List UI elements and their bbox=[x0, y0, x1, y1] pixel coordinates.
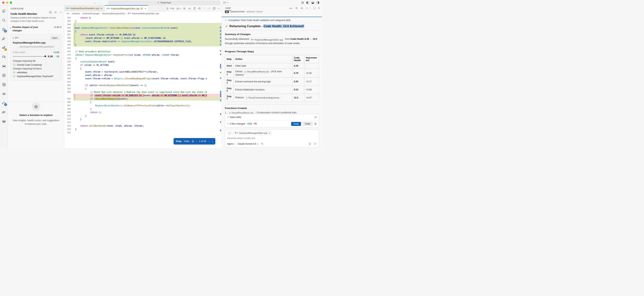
new-chat-menu[interactable]: + bbox=[290, 6, 293, 10]
code-line[interactable]: 292// Hook procedure definition bbox=[64, 50, 222, 53]
run-debug-menu[interactable] bbox=[176, 7, 181, 10]
sidebar-item-live-share[interactable]: 1 bbox=[0, 98, 8, 108]
more-actions-icon[interactable]: ··· bbox=[218, 7, 220, 10]
copilot-menu[interactable] bbox=[223, 0, 228, 5]
code-line[interactable]: 297 { bbox=[64, 67, 222, 70]
sidebar-item-codescene[interactable] bbox=[0, 89, 8, 98]
undo-button[interactable]: Undo bbox=[184, 140, 189, 143]
code-editor[interactable]: 282 return 0;283}284285bool KeyboardMana… bbox=[64, 15, 222, 148]
background-request-icon[interactable] bbox=[308, 142, 312, 145]
attached-file-chip[interactable]: C++ KeyboardManagerEditor.cpp + bbox=[233, 131, 272, 135]
code-line[interactable]: 300 event.lParam->vkCode = Helpers::Enco… bbox=[64, 77, 222, 80]
keep-button[interactable]: Keep bbox=[291, 122, 301, 126]
symbol-chip[interactable]: ShouldResetNumLock bbox=[243, 70, 270, 74]
file-diff-icon[interactable] bbox=[314, 122, 317, 125]
code-line[interactable]: 293LRESULT KeyboardManagerEditor::KeyHoo… bbox=[64, 53, 222, 57]
code-line[interactable]: 314} bbox=[64, 128, 222, 131]
code-line[interactable]: 301 bbox=[64, 80, 222, 84]
chat-input-box[interactable]: C++ KeyboardManagerEditor.cpp + Describe… bbox=[225, 129, 319, 147]
sidebar-item-github[interactable] bbox=[0, 62, 8, 71]
tools-icon[interactable] bbox=[261, 142, 264, 145]
breadcrumb[interactable]: src›modules›keyboardmanager›KeyboardMana… bbox=[64, 12, 222, 15]
chevron-down-icon[interactable] bbox=[12, 37, 14, 38]
code-line[interactable]: 311 } bbox=[64, 117, 222, 121]
sidebar-item-git-graph[interactable] bbox=[0, 71, 8, 80]
sidebar-item-source-control[interactable]: 10 bbox=[0, 25, 8, 34]
code-line[interactable]: 313 return CallNextHookEx(hook, nCode, w… bbox=[64, 124, 222, 128]
code-line[interactable]: 309 return 1; bbox=[64, 111, 222, 114]
tab-keyboardeventhandlers[interactable]: C++ KeyboardEventHandlers.cpp 9+ bbox=[64, 5, 105, 11]
code-line[interactable]: 291 bbox=[64, 46, 222, 50]
code-line[interactable]: 295 LowlevelKeyboardEvent event; bbox=[64, 60, 222, 63]
code-line[interactable]: 312 bbox=[64, 121, 222, 124]
symbol-chip[interactable]: ParseCommandLineArguments bbox=[244, 96, 281, 100]
added-code-line[interactable]: 286{ bbox=[64, 30, 222, 33]
more-actions-icon[interactable]: ··· bbox=[306, 7, 308, 9]
slider-knob[interactable] bbox=[44, 55, 46, 57]
gear-icon[interactable] bbox=[183, 7, 186, 10]
files-changed-row[interactable]: 2 files changed +153 -79 Keep Undo bbox=[225, 120, 319, 127]
close-panel-icon[interactable]: × bbox=[318, 6, 320, 9]
previous-change-icon[interactable]: ↑ bbox=[208, 140, 210, 143]
tab-keyboardmanagereditor[interactable]: C++ KeyboardManagerEditor.cpp × bbox=[105, 5, 148, 11]
added-code-line[interactable]: 289 event.lParam->dwExtraInfo != Keyboar… bbox=[64, 40, 222, 43]
model-selector[interactable]: Claude Sonnet 4.5 bbox=[238, 143, 258, 145]
breadcrumb-item[interactable]: modules bbox=[72, 12, 80, 15]
toggle-panel-icon[interactable] bbox=[311, 1, 314, 4]
code-line[interactable]: 298 event.lParam = reinterpret_cast<KBDL… bbox=[64, 70, 222, 74]
nav-forward-circle-icon[interactable] bbox=[208, 7, 211, 10]
keep-button[interactable]: Keep bbox=[176, 140, 182, 143]
sidebar-item-git-history[interactable] bbox=[0, 80, 8, 89]
added-code-line[interactable]: 287 return event.lParam->vkCode == VK_NU… bbox=[64, 33, 222, 36]
code-line[interactable]: 310 } bbox=[64, 114, 222, 117]
symbol-chip[interactable]: ShouldResetNumLock bbox=[228, 111, 255, 114]
compare-changes-icon[interactable] bbox=[193, 7, 196, 10]
nav-back-circle-icon[interactable] bbox=[198, 7, 201, 10]
code-line[interactable]: 303 { bbox=[64, 87, 222, 90]
sidebar-item-explorer[interactable] bbox=[0, 6, 8, 15]
positive-impact-section[interactable]: Positive impact of your changes +1.62 x̄ bbox=[8, 23, 64, 34]
window-controls[interactable] bbox=[2, 1, 12, 4]
undo-button[interactable]: Undo bbox=[302, 122, 312, 126]
collapse-all-icon[interactable] bbox=[54, 11, 57, 14]
list-item[interactable]: wWinMain bbox=[13, 71, 59, 74]
code-line[interactable]: 315 bbox=[64, 131, 222, 134]
open-in-editor-icon[interactable] bbox=[49, 11, 52, 14]
modified-indicator-icon[interactable] bbox=[141, 7, 143, 9]
checklist-icon[interactable] bbox=[314, 116, 317, 119]
customize-layout-icon[interactable] bbox=[301, 1, 304, 4]
more-actions-icon[interactable]: ··· bbox=[59, 11, 62, 14]
sidebar-item-extensions[interactable]: ! bbox=[0, 43, 8, 52]
list-item[interactable]: Overall Code Complexity bbox=[13, 63, 59, 66]
file-card[interactable]: C++ Open KeyboardManagerEditor.cpp ...rd… bbox=[10, 34, 62, 81]
code-line[interactable]: 296 if (nCode == HC_ACTION) bbox=[64, 63, 222, 67]
attach-button[interactable] bbox=[227, 131, 232, 135]
list-item[interactable]: KeyboardManagerEditor::KeyHookP bbox=[13, 75, 59, 78]
code-line[interactable]: 294{ bbox=[64, 57, 222, 60]
add-context-icon[interactable]: + bbox=[268, 132, 270, 135]
code-line[interactable]: 282 return 0; bbox=[64, 16, 222, 19]
code-line[interactable]: 306 { bbox=[64, 101, 222, 104]
codescene-review-icon[interactable] bbox=[188, 7, 191, 10]
added-code-line[interactable]: 290} bbox=[64, 43, 222, 46]
open-file-button[interactable]: Open bbox=[50, 36, 59, 40]
code-line[interactable]: 308 } bbox=[64, 107, 222, 111]
sidebar-item-containers[interactable] bbox=[0, 117, 8, 126]
code-line[interactable]: 307 KeyboardEventHandlers::SetNumLockToP… bbox=[64, 104, 222, 107]
split-editor-icon[interactable] bbox=[213, 7, 216, 10]
toggle-sidebar-icon[interactable] bbox=[306, 1, 309, 4]
close-tab-icon[interactable]: × bbox=[145, 7, 146, 10]
gear-icon[interactable] bbox=[300, 7, 303, 9]
file-diff-icon[interactable] bbox=[192, 140, 194, 143]
maximize-window-button[interactable] bbox=[10, 1, 12, 4]
tab-chat[interactable]: CHAT bbox=[225, 6, 231, 10]
toggle-secondary-sidebar-icon[interactable] bbox=[316, 1, 319, 4]
breadcrumb-item[interactable]: KeyboardManagerEditor bbox=[102, 12, 125, 15]
breadcrumb-item[interactable]: KeyboardManagerEditor.cpp bbox=[132, 12, 159, 15]
file-chip[interactable]: C++KeyboardManagerEditor.cpp bbox=[250, 38, 284, 42]
send-icon[interactable] bbox=[314, 142, 317, 145]
minimize-window-button[interactable] bbox=[6, 1, 8, 4]
sidebar-item-search[interactable] bbox=[0, 15, 8, 25]
nav-forward-icon[interactable]: → bbox=[99, 1, 102, 4]
sidebar-item-chat[interactable] bbox=[0, 52, 8, 62]
